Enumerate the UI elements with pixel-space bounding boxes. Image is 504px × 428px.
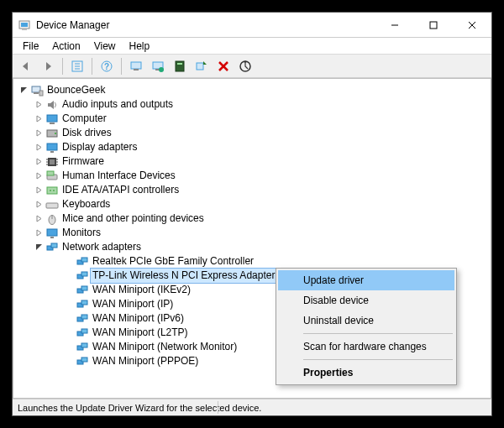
disable-button[interactable] [213, 56, 234, 76]
back-button[interactable] [16, 56, 36, 76]
toolbar-separator [92, 58, 92, 75]
category-audio[interactable]: Audio inputs and outputs [18, 97, 491, 112]
tree-label: WAN Miniport (Network Monitor) [92, 340, 237, 354]
expand-icon[interactable] [34, 100, 44, 110]
ide-icon [45, 184, 59, 197]
menu-help[interactable]: Help [123, 39, 157, 54]
help-button[interactable]: ? [97, 56, 117, 76]
menu-view[interactable]: View [87, 39, 123, 54]
firmware-icon [45, 155, 59, 169]
menu-action[interactable]: Action [45, 39, 87, 54]
context-item[interactable]: Update driver [278, 270, 454, 290]
mouse-icon [45, 212, 59, 226]
svg-rect-18 [176, 61, 184, 71]
svg-rect-44 [47, 187, 57, 194]
monitor-icon [45, 227, 59, 240]
tree-label: Audio inputs and outputs [62, 97, 173, 112]
close-button[interactable] [453, 13, 491, 37]
category-monitor[interactable]: Monitors [18, 226, 491, 240]
show-hidden-button[interactable] [67, 56, 87, 76]
uninstall-button[interactable] [148, 56, 168, 76]
svg-rect-1 [21, 23, 28, 27]
tree-label: Mice and other pointing devices [62, 211, 204, 226]
svg-rect-71 [81, 358, 87, 362]
collapse-icon[interactable] [34, 243, 44, 253]
svg-rect-13 [131, 62, 141, 69]
svg-point-17 [159, 67, 164, 72]
adapter-icon [76, 284, 89, 297]
category-disk[interactable]: Disk drives [18, 126, 491, 140]
update-driver-button[interactable] [126, 56, 146, 76]
svg-text:?: ? [104, 62, 109, 71]
svg-rect-27 [39, 91, 43, 96]
svg-rect-53 [50, 237, 54, 238]
status-text: Launches the Update Driver Wizard for th… [18, 403, 261, 413]
tree-label: Computer [62, 112, 107, 126]
adapter-icon [76, 255, 89, 269]
expand-icon[interactable] [34, 143, 44, 153]
category-mouse[interactable]: Mice and other pointing devices [18, 211, 491, 226]
svg-rect-28 [47, 115, 57, 122]
expand-icon[interactable] [34, 157, 44, 167]
window-title: Device Manager [36, 19, 109, 31]
category-computer[interactable]: Computer [18, 112, 491, 126]
expand-icon[interactable] [34, 214, 44, 224]
expand-icon[interactable] [34, 114, 44, 124]
tree-label: Keyboards [62, 197, 110, 211]
tree-label: Display adapters [62, 140, 137, 154]
svg-rect-19 [177, 63, 182, 65]
category-ide[interactable]: IDE ATA/ATAPI controllers [18, 183, 491, 197]
svg-rect-43 [47, 171, 54, 175]
svg-rect-55 [51, 243, 57, 248]
adapter-icon [76, 269, 89, 283]
context-separator [303, 359, 453, 360]
svg-rect-59 [81, 272, 87, 276]
category-display[interactable]: Display adapters [18, 140, 491, 154]
tree-root-node[interactable]: BounceGeek [18, 83, 491, 97]
computer-icon [30, 84, 44, 97]
expand-icon[interactable] [34, 200, 44, 210]
svg-rect-63 [81, 300, 87, 305]
expand-icon[interactable] [34, 185, 44, 196]
svg-rect-20 [197, 63, 203, 70]
category-hid[interactable]: Human Interface Devices [18, 169, 491, 183]
disk-icon [45, 127, 59, 140]
category-keyboard[interactable]: Keyboards [18, 197, 491, 211]
tree-label: WAN Miniport (IPv6) [92, 311, 184, 326]
svg-rect-65 [81, 315, 87, 319]
svg-point-45 [50, 190, 51, 191]
svg-rect-35 [50, 159, 55, 164]
expand-icon[interactable] [34, 128, 44, 138]
adapter-icon [76, 312, 89, 326]
context-item[interactable]: Uninstall device [278, 311, 454, 331]
context-item[interactable]: Properties [278, 363, 454, 383]
context-menu: Update driverDisable deviceUninstall dev… [276, 268, 457, 385]
collapse-icon[interactable] [18, 86, 29, 96]
tree-label: Human Interface Devices [62, 169, 176, 183]
category-firmware[interactable]: Firmware [18, 154, 491, 169]
svg-rect-32 [47, 144, 57, 150]
maximize-button[interactable] [414, 13, 453, 37]
svg-rect-33 [50, 151, 54, 153]
context-item[interactable]: Disable device [278, 290, 454, 311]
expand-icon[interactable] [34, 171, 44, 181]
category-network[interactable]: Network adapters [18, 240, 491, 254]
tree-label: WAN Miniport (IP) [92, 297, 173, 311]
scan-hardware-button[interactable] [192, 56, 212, 76]
titlebar: Device Manager [13, 13, 491, 38]
device-item[interactable]: Realtek PCIe GbE Family Controller [18, 254, 491, 269]
menu-file[interactable]: File [16, 39, 45, 54]
keyboard-icon [45, 198, 59, 211]
tree-label: Disk drives [62, 126, 112, 140]
svg-rect-2 [22, 29, 27, 30]
expand-icon[interactable] [34, 228, 44, 238]
tree-label: BounceGeek [47, 83, 105, 97]
scan-pc-button[interactable] [170, 56, 190, 76]
svg-rect-52 [47, 229, 57, 236]
context-item[interactable]: Scan for hardware changes [278, 337, 454, 357]
forward-button[interactable] [38, 56, 58, 76]
svg-rect-67 [81, 329, 87, 333]
properties-button[interactable] [235, 56, 255, 76]
svg-rect-61 [81, 286, 87, 290]
minimize-button[interactable] [375, 13, 414, 37]
